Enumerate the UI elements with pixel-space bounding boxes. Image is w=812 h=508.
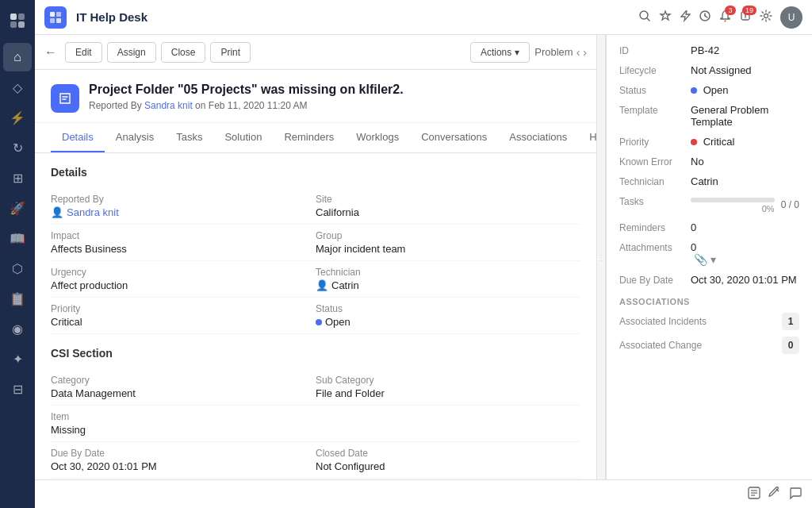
main-area: IT Help Desk 3 19 xyxy=(35,0,812,508)
svg-rect-0 xyxy=(10,13,17,20)
right-panel: ID PB-42 Lifecycle Not Assigned Status O… xyxy=(606,35,812,479)
ticket-info: Project Folder "05 Projects" was missing… xyxy=(89,83,404,111)
svg-point-18 xyxy=(764,13,768,17)
tab-analysis[interactable]: Analysis xyxy=(105,123,165,152)
rp-due-date-label: Due By Date xyxy=(619,274,691,286)
problem-label: Problem xyxy=(534,46,573,58)
lightning-icon[interactable] xyxy=(680,10,691,25)
chat-icon[interactable] xyxy=(788,486,802,503)
attach-chevron-icon[interactable]: ▾ xyxy=(710,253,716,266)
field-empty1 xyxy=(316,406,580,442)
ticket-type-icon xyxy=(51,84,79,113)
rp-lifecycle-label: Lifecycle xyxy=(619,64,691,76)
settings-icon[interactable] xyxy=(760,10,772,25)
rp-technician-value: Catrin xyxy=(691,175,799,187)
sidebar-item-cmdb[interactable]: ◉ xyxy=(3,314,32,343)
svg-rect-2 xyxy=(10,21,17,28)
urgency-value: Affect production xyxy=(51,279,316,291)
svg-rect-3 xyxy=(18,21,25,28)
details-body: Details Reported By 👤Sandra knit Site Ca… xyxy=(35,153,596,479)
rp-id-value: PB-42 xyxy=(691,44,799,56)
assoc-incidents-count: 1 xyxy=(782,313,799,330)
ticket-date: Feb 11, 2020 11:20 AM xyxy=(209,100,308,111)
resize-handle[interactable]: ⋮ xyxy=(596,35,606,479)
rp-technician-label: Technician xyxy=(619,175,691,187)
app-logo xyxy=(44,6,67,29)
search-icon[interactable] xyxy=(638,10,651,25)
due-date-value: Oct 30, 2020 01:01 PM xyxy=(51,460,316,472)
sidebar-item-changes[interactable]: ↻ xyxy=(3,133,32,162)
print-button[interactable]: Print xyxy=(210,42,251,63)
field-reported-by: Reported By 👤Sandra knit xyxy=(51,188,316,225)
tab-tasks[interactable]: Tasks xyxy=(165,123,213,152)
user-avatar[interactable]: U xyxy=(780,6,802,29)
next-icon[interactable]: › xyxy=(583,46,587,59)
tab-worklogs[interactable]: Worklogs xyxy=(345,123,410,152)
field-item: Item Missing xyxy=(51,406,316,442)
rp-known-error-row: Known Error No xyxy=(619,156,799,167)
sidebar-item-service-catalog[interactable]: ✦ xyxy=(3,344,32,373)
rp-template-value: General Problem Template xyxy=(691,104,799,128)
rp-template-row: Template General Problem Template xyxy=(619,104,799,128)
rp-status-label: Status xyxy=(619,84,691,96)
field-impact: Impact Affects Business xyxy=(51,225,316,261)
svg-line-9 xyxy=(647,18,649,21)
rp-id-row: ID PB-42 xyxy=(619,44,799,56)
tab-reminders[interactable]: Reminders xyxy=(273,123,345,152)
reporter-link[interactable]: Sandra knit xyxy=(144,100,193,111)
tabs-bar: Details Analysis Tasks Solution Reminder… xyxy=(35,123,596,153)
rp-technician-row: Technician Catrin xyxy=(619,175,799,187)
rp-tasks-row: Tasks 0% 0 / 0 xyxy=(619,195,799,214)
sidebar-item-admin[interactable]: ⊟ xyxy=(3,375,32,403)
close-button[interactable]: Close xyxy=(161,42,206,63)
edit-note-icon[interactable] xyxy=(768,486,782,503)
prev-icon[interactable]: ‹ xyxy=(576,46,580,59)
sidebar-item-reports[interactable]: ⬡ xyxy=(3,254,32,283)
impact-value: Affects Business xyxy=(51,243,316,255)
sidebar-item-home[interactable]: ⌂ xyxy=(3,43,32,71)
rp-reminders-value: 0 xyxy=(691,221,799,233)
rp-status-dot xyxy=(691,87,697,94)
text-format-icon[interactable] xyxy=(747,486,761,503)
alerts-icon[interactable]: 19 xyxy=(739,10,752,25)
field-category: Category Data Management xyxy=(51,369,316,406)
tasks-progress-label: 0% xyxy=(691,204,775,214)
sidebar-item-bookmark[interactable]: ◇ xyxy=(3,73,32,102)
ticket-reporter: Reported By Sandra knit on Feb 11, 2020 … xyxy=(89,100,404,111)
actions-button[interactable]: Actions ▾ xyxy=(470,42,530,63)
rp-priority-row: Priority Critical xyxy=(619,136,799,148)
rp-reminders-label: Reminders xyxy=(619,221,691,233)
alerts-badge: 19 xyxy=(742,6,756,15)
sidebar-item-contracts[interactable]: 📋 xyxy=(3,284,32,313)
sidebar-item-knowledge[interactable]: 📖 xyxy=(3,224,32,252)
reporter-value[interactable]: Sandra knit xyxy=(67,206,119,218)
tab-solution[interactable]: Solution xyxy=(213,123,273,152)
assign-button[interactable]: Assign xyxy=(107,42,156,63)
edit-button[interactable]: Edit xyxy=(65,42,102,63)
status-value: Open xyxy=(325,316,350,328)
item-value: Missing xyxy=(51,424,316,436)
tab-history[interactable]: History xyxy=(578,123,596,152)
tab-associations[interactable]: Associations xyxy=(498,123,578,152)
sidebar-logo[interactable] xyxy=(3,6,32,35)
notifications-icon[interactable]: 3 xyxy=(719,10,731,25)
sidebar-item-assets[interactable]: ⊞ xyxy=(3,164,32,192)
sidebar-item-incidents[interactable]: ⚡ xyxy=(3,103,32,132)
clock-icon[interactable] xyxy=(699,10,711,25)
svg-marker-10 xyxy=(661,11,670,20)
sidebar-item-releases[interactable]: 🚀 xyxy=(3,194,32,222)
sidebar: ⌂ ◇ ⚡ ↻ ⊞ 🚀 📖 ⬡ 📋 ◉ ✦ ⊟ xyxy=(0,0,35,508)
tab-conversations[interactable]: Conversations xyxy=(410,123,498,152)
attach-paperclip-icon[interactable]: 📎 xyxy=(694,253,707,266)
field-priority: Priority Critical xyxy=(51,298,316,334)
back-button[interactable]: ← xyxy=(44,45,57,60)
star-icon[interactable] xyxy=(659,10,672,25)
tab-details[interactable]: Details xyxy=(51,123,105,152)
assoc-incidents-row: Associated Incidents 1 xyxy=(619,313,799,330)
group-value: Major incident team xyxy=(316,243,580,255)
notifications-badge: 3 xyxy=(725,6,736,15)
assoc-change-label: Associated Change xyxy=(619,340,702,351)
svg-rect-6 xyxy=(50,18,55,23)
tasks-progress-bar-bg xyxy=(691,198,775,202)
field-site: Site California xyxy=(316,188,580,225)
